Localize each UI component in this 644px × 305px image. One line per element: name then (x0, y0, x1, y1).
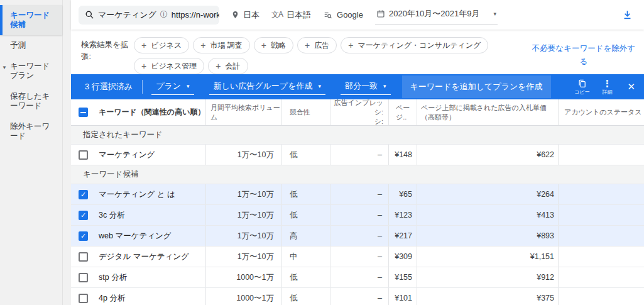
table-row[interactable]: マーケティング 1万〜10万 低 – ¥148 ¥622 (71, 145, 644, 165)
language-filter[interactable]: 文A 日本語 (271, 9, 311, 21)
volume-cell: 1万〜10万 (205, 184, 281, 204)
row-checkbox-cell (71, 145, 96, 165)
competition-cell: 高 (281, 226, 330, 246)
add-keyword-chip[interactable]: + ビジネス管理 (134, 58, 204, 74)
add-keyword-chip[interactable]: + 会計 (208, 58, 248, 74)
table-row[interactable]: マーケティング と は 1万〜10万 低 – ¥65 ¥264 (71, 184, 644, 205)
row-checkbox[interactable] (79, 211, 88, 220)
location-label: 日本 (243, 9, 259, 21)
competition-cell: 低 (281, 145, 330, 165)
add-keyword-chip[interactable]: + ビジネス (134, 37, 189, 53)
chevron-down-icon: ▾ (493, 11, 496, 17)
account-status-cell (558, 205, 644, 225)
chevron-down-icon: ▾ (318, 83, 321, 89)
plus-icon: + (305, 41, 310, 50)
sidebar-item[interactable]: 除外キーワード (0, 116, 62, 147)
row-checkbox[interactable] (79, 294, 88, 303)
top-bid-cell: ¥1,151 (417, 247, 558, 267)
impression-share-cell: – (330, 267, 388, 287)
table-row[interactable]: web マーケティング 1万〜10万 高 – ¥217 ¥893 (71, 226, 644, 247)
row-checkbox[interactable] (79, 231, 88, 241)
competition-cell: 低 (281, 184, 330, 204)
network-label: Google (337, 10, 363, 19)
add-keyword-chip[interactable]: + 広告 (297, 37, 337, 53)
plan-dropdown[interactable]: プラン ▾ (151, 79, 194, 95)
select-all-checkbox[interactable] (79, 108, 88, 117)
table-row[interactable]: デジタル マーケティング 1万〜10万 中 – ¥309 ¥1,151 (71, 247, 644, 267)
account-status-cell (558, 145, 644, 165)
row-checkbox-cell (71, 205, 96, 225)
exclude-keywords-link[interactable]: 不必要なキーワードを除外する (531, 42, 636, 69)
ad-group-dropdown-label: 新しい広告グループを作成 (214, 80, 313, 92)
chip-label: 会計 (226, 61, 241, 72)
keyword-cell: マーケティング (96, 145, 205, 165)
top-bid-cell: ¥413 (417, 205, 558, 225)
row-checkbox[interactable] (79, 252, 88, 262)
plus-icon: + (200, 41, 205, 50)
selected-count: 3 行選択済み (77, 81, 141, 92)
volume-cell: 1万〜10万 (205, 247, 281, 267)
row-checkbox[interactable] (79, 150, 88, 160)
header-page-bid[interactable]: ページ.. (388, 99, 417, 125)
plus-icon: + (216, 62, 221, 70)
keyword-cell: デジタル マーケティング (96, 247, 205, 267)
table-section-row: キーワード候補 (71, 165, 644, 184)
chip-label: 市場 調査 (210, 40, 243, 51)
match-type-dropdown-label: 部分一致 (345, 80, 378, 92)
header-account-status[interactable]: アカウントのステータス (558, 99, 644, 125)
impression-share-cell: – (330, 288, 388, 305)
sidebar-item[interactable]: 保存したキーワード (0, 86, 62, 116)
page-bid-cell: ¥123 (388, 205, 417, 225)
copy-button[interactable]: コピー (574, 79, 589, 96)
header-volume[interactable]: 月間平均検索ボリューム (205, 99, 281, 125)
chip-label: ビジネス管理 (151, 61, 197, 72)
row-checkbox-cell (71, 247, 96, 267)
add-keyword-chip[interactable]: + 市場 調査 (193, 37, 250, 53)
expand-search-row: 検索結果を拡張: + ビジネス + 市場 調査 + 戦略 + 広告 + マーケテ… (71, 30, 644, 74)
competition-cell: 低 (281, 205, 330, 225)
top-bid-cell: ¥912 (417, 267, 558, 287)
header-top-bid[interactable]: ページ上部に掲載された広告の入札単価（高額帯） (417, 99, 558, 125)
table-row[interactable]: 4p 分析 1000〜1万 低 – ¥101 ¥375 (71, 288, 644, 305)
copy-label: コピー (574, 89, 589, 96)
download-button[interactable] (622, 9, 633, 20)
header-checkbox-cell (71, 99, 96, 125)
add-keyword-chip[interactable]: + 戦略 (254, 37, 293, 53)
sidebar-item[interactable]: キーワード候補 (0, 5, 62, 35)
keyword-cell: 3c 分析 (96, 205, 205, 225)
location-filter[interactable]: 日本 (231, 9, 259, 21)
row-checkbox[interactable] (79, 273, 88, 282)
network-filter[interactable]: Google (323, 10, 363, 19)
row-checkbox[interactable] (79, 190, 88, 199)
search-network-icon (323, 11, 333, 19)
match-type-dropdown[interactable]: 部分一致 ▾ (341, 79, 391, 95)
row-checkbox-cell (71, 288, 96, 305)
table-row[interactable]: 3c 分析 1万〜10万 低 – ¥123 ¥413 (71, 205, 644, 226)
account-status-cell (558, 267, 644, 287)
create-plan-button[interactable]: キーワードを追加してプランを作成 (402, 75, 551, 98)
header-keyword[interactable]: キーワード（関連性の高い順） (96, 99, 205, 125)
main-area: マーケティング ⓘ https://n-works.link/ 日本 文A 日本… (63, 0, 644, 305)
ad-group-dropdown[interactable]: 新しい広告グループを作成 ▾ (209, 79, 325, 95)
sidebar-item[interactable]: ▼ キーワード プラン (0, 56, 62, 86)
more-options-button[interactable]: ⋮ 詳細 (602, 79, 612, 96)
top-bid-cell: ¥264 (417, 184, 558, 204)
sidebar-item[interactable]: 予測 (0, 35, 62, 56)
close-selection-button[interactable]: ✕ (627, 81, 635, 92)
date-range-filter[interactable]: 2020年10月〜2021年9月 ▾ (375, 5, 498, 25)
add-keyword-chip[interactable]: + マーケティング・コンサルティング (341, 37, 488, 53)
table-row[interactable]: stp 分析 1000〜1万 低 – ¥155 ¥912 (71, 267, 644, 288)
keyword-planner-app: キーワード候補 予測 ▼ キーワード プラン 保存したキーワード 除外キーワード… (0, 0, 644, 305)
search-input[interactable]: マーケティング ⓘ https://n-works.link/ (79, 6, 219, 25)
account-status-cell (558, 184, 644, 204)
expand-search-label: 検索結果を拡張: (81, 37, 129, 64)
volume-cell: 1000〜1万 (205, 288, 281, 305)
translate-icon: 文A (271, 9, 283, 20)
toolbar-actions: コピー ⋮ 詳細 ✕ (574, 79, 635, 96)
volume-cell: 1000〜1万 (205, 267, 281, 287)
keywords-table: キーワード（関連性の高い順） 月間平均検索ボリューム 競合性 広告インプレッシ:… (71, 99, 644, 305)
sidebar-item-label: キーワード候補 (10, 11, 50, 29)
header-competition[interactable]: 競合性 (281, 99, 330, 125)
header-impression-share[interactable]: 広告インプレッシ:シ: (330, 99, 388, 125)
chip-label: ビジネス (151, 40, 182, 51)
